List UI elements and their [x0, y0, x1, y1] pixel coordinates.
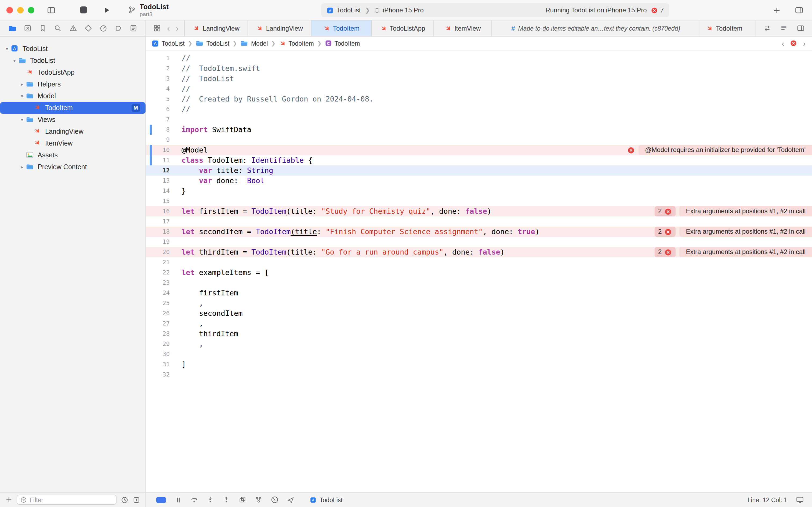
- line-number[interactable]: 6: [146, 104, 170, 114]
- project-navigator-icon[interactable]: [8, 24, 17, 33]
- code-line-19[interactable]: 19: [146, 237, 812, 247]
- sidebar-item-todoitem[interactable]: TodoItemM: [0, 102, 146, 114]
- chevron-right-icon[interactable]: ▸: [18, 164, 26, 170]
- code-line-10[interactable]: 10@Model@Model requires an initializer b…: [146, 145, 812, 155]
- code-line-9[interactable]: 9: [146, 135, 812, 145]
- filter-input[interactable]: Filter: [17, 495, 117, 505]
- toggle-navigator-icon[interactable]: [46, 6, 56, 14]
- sidebar-item-helpers[interactable]: ▸Helpers: [0, 78, 146, 90]
- step-into-icon[interactable]: [206, 496, 214, 504]
- line-number[interactable]: 13: [146, 176, 170, 186]
- line-number[interactable]: 29: [146, 339, 170, 349]
- line-number[interactable]: 15: [146, 196, 170, 206]
- code-line-7[interactable]: 7: [146, 114, 812, 125]
- inline-diagnostic[interactable]: @Model requires an initializer be provid…: [627, 145, 812, 155]
- zoom-button[interactable]: [28, 7, 35, 13]
- memory-graph-icon[interactable]: [254, 496, 263, 504]
- view-debugger-icon[interactable]: [238, 496, 246, 504]
- sidebar-item-landingview[interactable]: LandingView: [0, 126, 146, 137]
- code-line-29[interactable]: 29 ,: [146, 339, 812, 349]
- line-number[interactable]: 3: [146, 73, 170, 84]
- line-number[interactable]: 28: [146, 329, 170, 339]
- activity-view[interactable]: A TodoList ❯ iPhone 15 Pro Running TodoL…: [321, 3, 669, 17]
- line-number[interactable]: 17: [146, 216, 170, 227]
- step-out-icon[interactable]: [222, 496, 230, 504]
- code-line-23[interactable]: 23: [146, 278, 812, 288]
- tab-landingview[interactable]: LandingView: [248, 20, 311, 36]
- line-number[interactable]: 16: [146, 206, 170, 216]
- go-back-icon[interactable]: ‹: [167, 24, 170, 33]
- code-line-11[interactable]: 11class TodoItem: Identifiable {: [146, 155, 812, 165]
- line-number[interactable]: 27: [146, 319, 170, 329]
- go-forward-icon[interactable]: ›: [176, 24, 179, 33]
- simulate-location-icon[interactable]: [287, 496, 294, 504]
- breakpoints-toggle[interactable]: [156, 496, 167, 504]
- code-review-icon[interactable]: [780, 24, 788, 32]
- breadcrumb-todolist[interactable]: TodoList: [195, 39, 229, 47]
- sidebar-item-preview-content[interactable]: ▸Preview Content: [0, 161, 146, 173]
- code-line-18[interactable]: 18let secondItem = TodoItem(title: "Fini…: [146, 227, 812, 237]
- tab-landingview[interactable]: LandingView: [184, 20, 248, 36]
- code-line-5[interactable]: 5// Created by Russell Gordon on 2024-04…: [146, 94, 812, 104]
- sidebar-item-itemview[interactable]: ItemView: [0, 137, 146, 149]
- inline-diagnostic[interactable]: 2Extra arguments at positions #1, #2 in …: [654, 227, 812, 237]
- tab-todolistapp[interactable]: TodoListApp: [371, 20, 433, 36]
- add-file-icon[interactable]: [5, 496, 12, 503]
- code-line-27[interactable]: 27 ,: [146, 319, 812, 329]
- line-number[interactable]: 14: [146, 186, 170, 196]
- add-icon[interactable]: [773, 6, 781, 14]
- close-button[interactable]: [6, 7, 13, 13]
- jumpbar-forward-icon[interactable]: ›: [803, 39, 806, 48]
- line-number[interactable]: 26: [146, 308, 170, 319]
- reports-navigator-icon[interactable]: [129, 24, 137, 32]
- inline-diagnostic[interactable]: 2Extra arguments at positions #1, #2 in …: [654, 247, 812, 257]
- line-number[interactable]: 18: [146, 227, 170, 237]
- code-line-31[interactable]: 31]: [146, 359, 812, 370]
- line-number[interactable]: 2: [146, 63, 170, 73]
- environment-overrides-icon[interactable]: [271, 496, 279, 504]
- source-control-navigator-icon[interactable]: [23, 24, 32, 32]
- code-line-1[interactable]: 1//: [146, 53, 812, 63]
- code-line-8[interactable]: 8import SwiftData: [146, 125, 812, 135]
- code-line-12[interactable]: 12 var title: String: [146, 165, 812, 176]
- stop-button[interactable]: [80, 6, 87, 13]
- code-line-20[interactable]: 20let thirdItem = TodoItem(title: "Go fo…: [146, 247, 812, 257]
- code-line-22[interactable]: 22let exampleItems = [: [146, 268, 812, 278]
- bookmarks-navigator-icon[interactable]: [39, 24, 47, 32]
- code-line-2[interactable]: 2// TodoItem.swift: [146, 63, 812, 73]
- line-number[interactable]: 21: [146, 257, 170, 268]
- line-number[interactable]: 12: [146, 165, 170, 176]
- issues-navigator-icon[interactable]: [69, 24, 77, 32]
- code-line-13[interactable]: 13 var done: Bool: [146, 176, 812, 186]
- line-number[interactable]: 30: [146, 349, 170, 359]
- line-number[interactable]: 32: [146, 370, 170, 380]
- run-button[interactable]: [103, 6, 111, 14]
- scheme-block[interactable]: TodoList part3: [128, 3, 169, 17]
- line-number[interactable]: 9: [146, 135, 170, 145]
- display-icon[interactable]: [795, 496, 805, 504]
- code-line-25[interactable]: 25 ,: [146, 298, 812, 308]
- inline-diagnostic[interactable]: 2Extra arguments at positions #1, #2 in …: [654, 206, 812, 216]
- jumpbar-error-icon[interactable]: [790, 40, 797, 47]
- line-number[interactable]: 20: [146, 247, 170, 257]
- line-number[interactable]: 23: [146, 278, 170, 288]
- jumpbar-back-icon[interactable]: ‹: [781, 39, 784, 48]
- breadcrumb-model[interactable]: Model: [240, 39, 268, 47]
- add-editor-icon[interactable]: [797, 24, 805, 32]
- chevron-down-icon[interactable]: ▾: [3, 46, 11, 52]
- line-number[interactable]: 25: [146, 298, 170, 308]
- find-navigator-icon[interactable]: [54, 24, 62, 32]
- debug-navigator-icon[interactable]: [99, 24, 107, 32]
- line-number[interactable]: 5: [146, 94, 170, 104]
- code-line-24[interactable]: 24 firstItem: [146, 288, 812, 298]
- code-line-6[interactable]: 6//: [146, 104, 812, 114]
- recent-files-icon[interactable]: [121, 496, 128, 504]
- line-number[interactable]: 7: [146, 114, 170, 125]
- code-line-4[interactable]: 4//: [146, 84, 812, 94]
- line-number[interactable]: 4: [146, 84, 170, 94]
- line-number[interactable]: 19: [146, 237, 170, 247]
- code-line-3[interactable]: 3// TodoList: [146, 73, 812, 84]
- tests-navigator-icon[interactable]: [84, 24, 92, 32]
- diagnostic-count-badge[interactable]: 2: [654, 227, 676, 237]
- code-line-30[interactable]: 30: [146, 349, 812, 359]
